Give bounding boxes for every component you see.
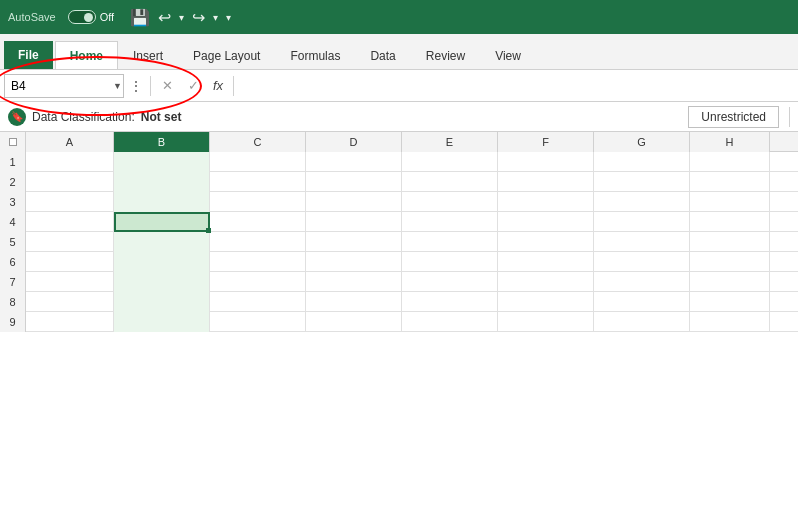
cell-B3[interactable]: [114, 192, 210, 212]
tab-review[interactable]: Review: [411, 41, 480, 69]
cell-D1[interactable]: [306, 152, 402, 172]
cell-A2[interactable]: [26, 172, 114, 192]
confirm-formula-button[interactable]: ✓: [181, 74, 205, 98]
cancel-formula-button[interactable]: ✕: [155, 74, 179, 98]
tab-home[interactable]: Home: [55, 41, 118, 69]
cell-B6[interactable]: [114, 252, 210, 272]
col-header-H[interactable]: H: [690, 132, 770, 152]
cell-E2[interactable]: [402, 172, 498, 192]
cell-E1[interactable]: [402, 152, 498, 172]
cell-G8[interactable]: [594, 292, 690, 312]
col-header-D[interactable]: D: [306, 132, 402, 152]
customize-icon[interactable]: ▾: [226, 12, 231, 23]
cell-H8[interactable]: [690, 292, 770, 312]
cell-G1[interactable]: [594, 152, 690, 172]
col-header-E[interactable]: E: [402, 132, 498, 152]
cell-E5[interactable]: [402, 232, 498, 252]
col-header-A[interactable]: A: [26, 132, 114, 152]
cell-C6[interactable]: [210, 252, 306, 272]
cell-A1[interactable]: [26, 152, 114, 172]
cell-C2[interactable]: [210, 172, 306, 192]
cell-C5[interactable]: [210, 232, 306, 252]
cell-H3[interactable]: [690, 192, 770, 212]
name-box-menu-icon[interactable]: ⋮: [126, 74, 146, 98]
cell-B5[interactable]: [114, 232, 210, 252]
cell-A6[interactable]: [26, 252, 114, 272]
save-icon[interactable]: 💾: [130, 8, 150, 27]
cell-E4[interactable]: [402, 212, 498, 232]
cell-A7[interactable]: [26, 272, 114, 292]
cell-D3[interactable]: [306, 192, 402, 212]
cell-C4[interactable]: [210, 212, 306, 232]
cell-D2[interactable]: [306, 172, 402, 192]
cell-A3[interactable]: [26, 192, 114, 212]
row-header-9[interactable]: 9: [0, 312, 26, 332]
redo-dropdown-icon[interactable]: ▾: [213, 12, 218, 23]
formula-input[interactable]: [238, 74, 794, 98]
cell-B7[interactable]: [114, 272, 210, 292]
cell-H9[interactable]: [690, 312, 770, 332]
tab-pagelayout[interactable]: Page Layout: [178, 41, 275, 69]
cell-A8[interactable]: [26, 292, 114, 312]
cell-F9[interactable]: [498, 312, 594, 332]
cell-G4[interactable]: [594, 212, 690, 232]
col-header-B[interactable]: B: [114, 132, 210, 152]
row-header-5[interactable]: 5: [0, 232, 26, 252]
cell-D8[interactable]: [306, 292, 402, 312]
row-header-7[interactable]: 7: [0, 272, 26, 292]
cell-C7[interactable]: [210, 272, 306, 292]
row-header-6[interactable]: 6: [0, 252, 26, 272]
cell-E9[interactable]: [402, 312, 498, 332]
col-header-G[interactable]: G: [594, 132, 690, 152]
cell-F4[interactable]: [498, 212, 594, 232]
cell-D5[interactable]: [306, 232, 402, 252]
unrestricted-badge[interactable]: Unrestricted: [688, 106, 779, 128]
cell-B8[interactable]: [114, 292, 210, 312]
cell-G3[interactable]: [594, 192, 690, 212]
cell-F6[interactable]: [498, 252, 594, 272]
cell-H4[interactable]: [690, 212, 770, 232]
cell-C9[interactable]: [210, 312, 306, 332]
autosave-toggle-pill[interactable]: [68, 10, 96, 24]
cell-G5[interactable]: [594, 232, 690, 252]
cell-B1[interactable]: [114, 152, 210, 172]
undo-dropdown-icon[interactable]: ▾: [179, 12, 184, 23]
cell-F1[interactable]: [498, 152, 594, 172]
cell-F3[interactable]: [498, 192, 594, 212]
cell-F5[interactable]: [498, 232, 594, 252]
cell-G2[interactable]: [594, 172, 690, 192]
cell-D7[interactable]: [306, 272, 402, 292]
cell-B9[interactable]: [114, 312, 210, 332]
redo-icon[interactable]: ↪: [192, 8, 205, 27]
cell-E7[interactable]: [402, 272, 498, 292]
cell-H5[interactable]: [690, 232, 770, 252]
autosave-toggle[interactable]: Off: [68, 10, 114, 24]
name-box[interactable]: B4: [4, 74, 124, 98]
cell-F2[interactable]: [498, 172, 594, 192]
tab-formulas[interactable]: Formulas: [275, 41, 355, 69]
cell-E8[interactable]: [402, 292, 498, 312]
row-header-8[interactable]: 8: [0, 292, 26, 312]
cell-D9[interactable]: [306, 312, 402, 332]
cell-H1[interactable]: [690, 152, 770, 172]
cell-G7[interactable]: [594, 272, 690, 292]
col-header-F[interactable]: F: [498, 132, 594, 152]
row-header-1[interactable]: 1: [0, 152, 26, 172]
tab-file[interactable]: File: [4, 41, 53, 69]
cell-C1[interactable]: [210, 152, 306, 172]
cell-B2[interactable]: [114, 172, 210, 192]
tab-view[interactable]: View: [480, 41, 536, 69]
cell-E6[interactable]: [402, 252, 498, 272]
cell-G6[interactable]: [594, 252, 690, 272]
cell-B4[interactable]: [114, 212, 210, 232]
corner-cell[interactable]: [0, 132, 26, 152]
cell-A5[interactable]: [26, 232, 114, 252]
cell-H6[interactable]: [690, 252, 770, 272]
cell-C8[interactable]: [210, 292, 306, 312]
row-header-3[interactable]: 3: [0, 192, 26, 212]
cell-D6[interactable]: [306, 252, 402, 272]
tab-insert[interactable]: Insert: [118, 41, 178, 69]
cell-E3[interactable]: [402, 192, 498, 212]
cell-F8[interactable]: [498, 292, 594, 312]
col-header-C[interactable]: C: [210, 132, 306, 152]
